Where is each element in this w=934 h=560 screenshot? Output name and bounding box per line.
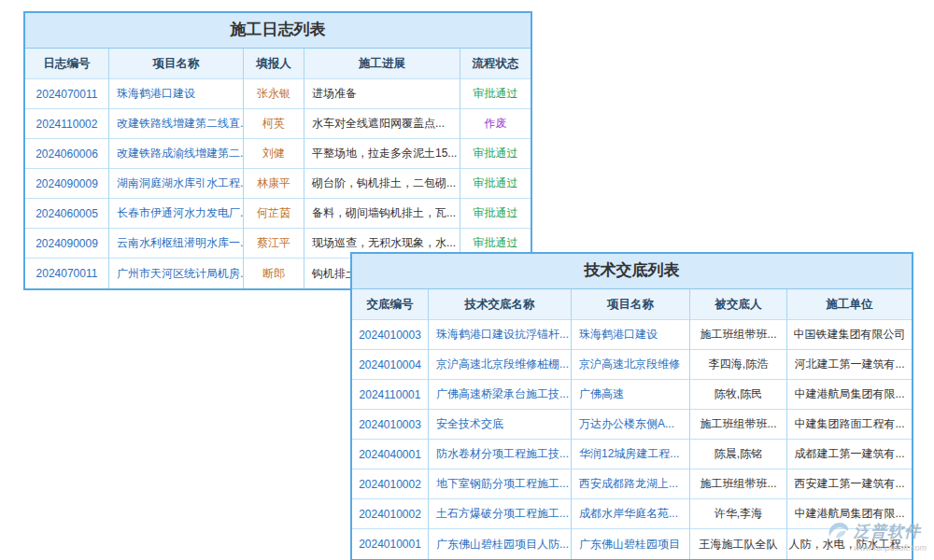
col-header-project-name: 项目名称 xyxy=(109,49,244,79)
reporter-cell: 柯英 xyxy=(244,109,304,139)
col-header-flow-status: 流程状态 xyxy=(460,49,531,79)
table-row: 2024070011 珠海鹤港口建设 张永银 进场准备 审批通过 xyxy=(25,79,531,109)
status-badge: 作废 xyxy=(460,109,531,139)
unit-cell: 中建集团路面工程有... xyxy=(787,410,912,440)
col-header-project-name: 项目名称 xyxy=(572,289,690,320)
col-header-disclosure-name: 技术交底名称 xyxy=(429,289,572,320)
disclosure-id-link[interactable]: 2024010001 xyxy=(352,529,429,559)
reporter-cell: 何芷茵 xyxy=(244,199,304,229)
technical-disclosure-table: 技术交底列表 交底编号 技术交底名称 项目名称 被交底人 施工单位 202401… xyxy=(350,252,913,560)
table-row: 2024090009 湖南洞庭湖水库引水工程... 林康平 砌台阶，钩机排土，二… xyxy=(25,169,531,199)
disclosure-name-link[interactable]: 京沪高速北京段维修桩棚... xyxy=(429,350,572,380)
project-link[interactable]: 长春市伊通河水力发电厂... xyxy=(109,199,244,229)
project-link[interactable]: 改建铁路成渝线增建第二... xyxy=(109,139,244,169)
disclosure-id-link[interactable]: 2024010002 xyxy=(352,499,429,529)
status-badge: 审批通过 xyxy=(460,199,531,229)
reporter-cell: 断郎 xyxy=(244,259,304,288)
project-link[interactable]: 万达办公楼东侧A... xyxy=(572,410,690,440)
disclosure-id-link[interactable]: 2024010003 xyxy=(352,410,429,440)
table-row: 2024010003 珠海鹤港口建设抗浮锚杆... 珠海鹤港口建设 施工班组带班… xyxy=(352,320,912,350)
log-id-link[interactable]: 2024070011 xyxy=(25,259,109,288)
fanpu-logo-icon xyxy=(828,521,850,539)
project-link[interactable]: 广东佛山碧桂园项目 xyxy=(572,529,690,559)
progress-cell: 水车对全线遮阳网覆盖点... xyxy=(304,109,460,139)
disclosure-name-link[interactable]: 广佛高速桥梁承台施工技... xyxy=(429,380,572,410)
log-id-link[interactable]: 2024070011 xyxy=(25,79,109,109)
progress-cell: 平整场地，拉走多余泥土15... xyxy=(304,139,460,169)
progress-cell: 进场准备 xyxy=(304,79,460,109)
disclosure-id-link[interactable]: 2024010002 xyxy=(352,469,429,499)
status-badge: 审批通过 xyxy=(460,139,531,169)
unit-cell: 中建港航局集团有限... xyxy=(787,380,912,410)
table-row: 2024110002 改建铁路线增建第二线直... 柯英 水车对全线遮阳网覆盖点… xyxy=(25,109,531,139)
disclosure-name-link[interactable]: 地下室钢筋分项工程施工... xyxy=(429,469,572,499)
reporter-cell: 张永银 xyxy=(244,79,304,109)
table-row: 2024010003 安全技术交底 万达办公楼东侧A... 施工班组带班... … xyxy=(352,410,912,440)
log-id-link[interactable]: 2024060005 xyxy=(25,199,109,229)
log-id-link[interactable]: 2024090009 xyxy=(25,229,109,259)
watermark-text: 泛普软件 www.fanpusoft.com xyxy=(854,521,927,553)
status-badge: 审批通过 xyxy=(460,169,531,199)
progress-cell: 备料，砌间墙钩机排土，瓦... xyxy=(304,199,460,229)
log-table-header-row: 日志编号 项目名称 填报人 施工进展 流程状态 xyxy=(25,49,531,79)
log-id-link[interactable]: 2024110002 xyxy=(25,109,109,139)
unit-cell: 成都建工第一建筑有... xyxy=(787,440,912,469)
table-row: 2024010002 地下室钢筋分项工程施工... 西安成都路龙湖上... 施工… xyxy=(352,469,912,499)
col-header-construction-unit: 施工单位 xyxy=(787,289,912,320)
project-link[interactable]: 广州市天河区统计局机房... xyxy=(109,259,244,288)
project-link[interactable]: 湖南洞庭湖水库引水工程... xyxy=(109,169,244,199)
table-row: 2024040001 防水卷材分项工程施工技... 华润12城房建工程... 陈… xyxy=(352,440,912,469)
log-id-link[interactable]: 2024060006 xyxy=(25,139,109,169)
project-link[interactable]: 改建铁路线增建第二线直... xyxy=(109,109,244,139)
project-link[interactable]: 珠海鹤港口建设 xyxy=(572,320,690,350)
unit-cell: 河北建工第一建筑有... xyxy=(787,350,912,380)
table-row: 2024060005 长春市伊通河水力发电厂... 何芷茵 备料，砌间墙钩机排土… xyxy=(25,199,531,229)
table-row: 2024110001 广佛高速桥梁承台施工技... 广佛高速 陈牧,陈民 中建港… xyxy=(352,380,912,410)
recipient-cell: 陈晨,陈铭 xyxy=(690,440,787,469)
project-link[interactable]: 广佛高速 xyxy=(572,380,690,410)
project-link[interactable]: 西安成都路龙湖上... xyxy=(572,469,690,499)
disclosure-id-link[interactable]: 2024010003 xyxy=(352,320,429,350)
reporter-cell: 刘健 xyxy=(244,139,304,169)
recipient-cell: 陈牧,陈民 xyxy=(690,380,787,410)
reporter-cell: 林康平 xyxy=(244,169,304,199)
table-row: 2024060006 改建铁路成渝线增建第二... 刘健 平整场地，拉走多余泥土… xyxy=(25,139,531,169)
recipient-cell: 李四海,陈浩 xyxy=(690,350,787,380)
disclosure-name-link[interactable]: 珠海鹤港口建设抗浮锚杆... xyxy=(429,320,572,350)
disclosure-id-link[interactable]: 2024010004 xyxy=(352,350,429,380)
recipient-cell: 许华,李海 xyxy=(690,499,787,529)
fanpu-watermark: 泛普软件 www.fanpusoft.com xyxy=(828,521,927,553)
table-row: 2024010004 京沪高速北京段维修桩棚... 京沪高速北京段维修 李四海,… xyxy=(352,350,912,380)
disclosure-name-link[interactable]: 安全技术交底 xyxy=(429,410,572,440)
col-header-disclosure-id: 交底编号 xyxy=(352,289,429,320)
construction-log-table: 施工日志列表 日志编号 项目名称 填报人 施工进展 流程状态 202407001… xyxy=(23,11,532,290)
disclosure-name-link[interactable]: 防水卷材分项工程施工技... xyxy=(429,440,572,469)
recipient-cell: 施工班组带班... xyxy=(690,410,787,440)
col-header-progress: 施工进展 xyxy=(304,49,460,79)
unit-cell: 中国铁建集团有限公司 xyxy=(787,320,912,350)
disclosure-table-title: 技术交底列表 xyxy=(352,254,912,289)
col-header-recipient: 被交底人 xyxy=(690,289,787,320)
log-table-title: 施工日志列表 xyxy=(25,13,531,49)
watermark-brand: 泛普软件 xyxy=(854,521,921,542)
reporter-cell: 蔡江平 xyxy=(244,229,304,259)
col-header-reporter: 填报人 xyxy=(244,49,304,79)
disclosure-id-link[interactable]: 2024040001 xyxy=(352,440,429,469)
recipient-cell: 王海施工队全队 xyxy=(690,529,787,559)
project-link[interactable]: 珠海鹤港口建设 xyxy=(109,79,244,109)
recipient-cell: 施工班组带班... xyxy=(690,320,787,350)
disclosure-table-header-row: 交底编号 技术交底名称 项目名称 被交底人 施工单位 xyxy=(352,289,912,320)
disclosure-name-link[interactable]: 土石方爆破分项工程施工... xyxy=(429,499,572,529)
disclosure-id-link[interactable]: 2024110001 xyxy=(352,380,429,410)
project-link[interactable]: 云南水利枢纽潜明水库一... xyxy=(109,229,244,259)
watermark-url: www.fanpusoft.com xyxy=(854,543,927,553)
progress-cell: 砌台阶，钩机排土，二包砌... xyxy=(304,169,460,199)
log-id-link[interactable]: 2024090009 xyxy=(25,169,109,199)
project-link[interactable]: 京沪高速北京段维修 xyxy=(572,350,690,380)
disclosure-name-link[interactable]: 广东佛山碧桂园项目人防... xyxy=(429,529,572,559)
project-link[interactable]: 华润12城房建工程... xyxy=(572,440,690,469)
recipient-cell: 施工班组带班... xyxy=(690,469,787,499)
project-link[interactable]: 成都水岸华庭名苑... xyxy=(572,499,690,529)
unit-cell: 西安建工第一建筑有... xyxy=(787,469,912,499)
col-header-log-id: 日志编号 xyxy=(25,49,109,79)
